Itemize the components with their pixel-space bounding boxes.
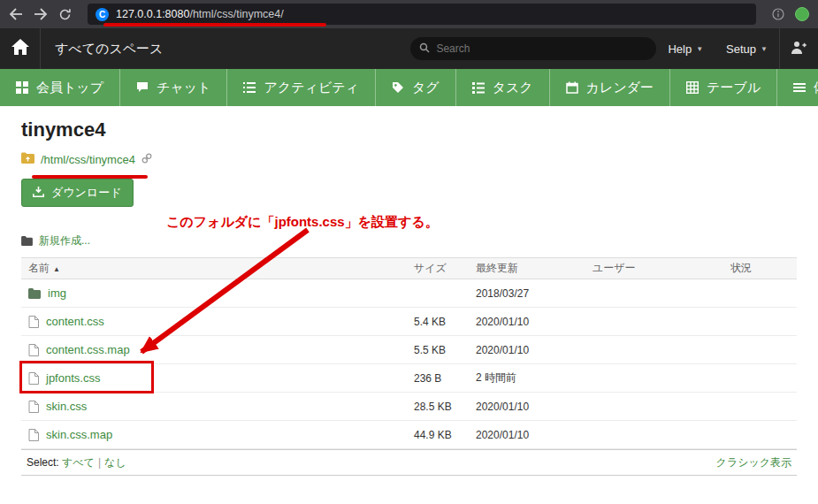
tag-icon: [392, 81, 404, 94]
select-none-link[interactable]: なし: [104, 456, 126, 469]
file-updated: 2 時間前: [469, 370, 585, 386]
person-add-icon: [791, 41, 807, 57]
file-link[interactable]: skin.css.map: [46, 428, 112, 441]
setup-menu[interactable]: Setup▼: [715, 28, 779, 69]
main-nav: 会員トップ チャット アクティビティ タグ タスク カレンダー テーブル 備品: [0, 69, 818, 106]
table-row[interactable]: img 2018/03/27: [21, 279, 797, 308]
table-footer: Select: すべて|なし クラシック表示: [21, 449, 797, 476]
nav-item-equipment[interactable]: 備品: [777, 69, 818, 106]
annotation-highlight-box: [19, 361, 154, 393]
add-user-button[interactable]: [779, 28, 818, 69]
search-box[interactable]: [410, 37, 656, 60]
nav-item-chat[interactable]: チャット: [120, 69, 227, 106]
select-all-link[interactable]: すべて: [62, 456, 95, 469]
setup-label: Setup: [726, 42, 756, 56]
table-header: 名前▲ サイズ 最終更新 ユーザー 状況: [21, 258, 797, 279]
separator: |: [98, 456, 101, 469]
nav-label: テーブル: [707, 80, 761, 96]
extension-icon[interactable]: [795, 7, 809, 21]
home-button[interactable]: [0, 28, 41, 69]
column-header-updated[interactable]: 最終更新: [469, 261, 585, 276]
address-bar[interactable]: C 127.0.0.1:8080/html/css/tinymce4/: [88, 4, 756, 25]
calendar-icon: [566, 81, 578, 94]
download-icon: [33, 187, 44, 200]
file-icon: [28, 344, 39, 356]
site-favicon: C: [96, 8, 109, 21]
file-link[interactable]: content.css: [46, 315, 104, 328]
column-header-name[interactable]: 名前▲: [21, 261, 407, 276]
nav-label: 会員トップ: [36, 80, 103, 96]
table-row[interactable]: skin.css.map 44.9 KB 2020/01/10: [21, 421, 797, 449]
new-create-link[interactable]: 新規作成...: [39, 233, 90, 248]
space-title: すべてのスペース: [55, 41, 163, 57]
file-icon: [28, 429, 39, 441]
chevron-down-icon: ▼: [696, 45, 703, 53]
breadcrumb-path-link[interactable]: /html/css/tinymce4: [41, 153, 135, 166]
select-controls: Select: すべて|なし: [27, 455, 126, 470]
table-row[interactable]: skin.css 28.5 KB 2020/01/10: [21, 393, 797, 421]
nav-item-calendar[interactable]: カレンダー: [550, 69, 670, 106]
nav-item-task[interactable]: タスク: [456, 69, 550, 106]
file-icon: [28, 316, 39, 328]
nav-item-tag[interactable]: タグ: [376, 69, 456, 106]
folder-icon: [28, 288, 41, 299]
nav-label: カレンダー: [586, 80, 654, 96]
table-icon: [686, 81, 699, 94]
sort-asc-icon: ▲: [53, 265, 60, 273]
help-label: Help: [668, 42, 692, 56]
search-icon: [419, 41, 430, 57]
page-title: tinymce4: [21, 118, 797, 141]
reload-icon[interactable]: [58, 8, 72, 21]
file-updated: 2020/01/10: [469, 344, 585, 356]
select-label: Select:: [27, 456, 59, 469]
file-size: 28.5 KB: [407, 401, 469, 413]
file-size: 236 B: [407, 372, 469, 385]
column-header-status[interactable]: 状況: [723, 261, 797, 276]
file-link[interactable]: skin.css: [46, 400, 87, 413]
help-menu[interactable]: Help▼: [656, 28, 715, 69]
annotation-underline-url: [103, 23, 326, 27]
nav-label: チャット: [157, 80, 210, 96]
chat-icon: [136, 81, 149, 94]
nav-item-member-top[interactable]: 会員トップ: [0, 69, 120, 106]
file-updated: 2020/01/10: [469, 316, 585, 328]
info-icon[interactable]: [772, 8, 784, 20]
tasks-icon: [472, 81, 485, 94]
main-content: tinymce4 /html/css/tinymce4 ダウンロード 新規作成.…: [0, 118, 818, 476]
file-updated: 2020/01/10: [469, 429, 585, 441]
folder-up-icon: [21, 152, 34, 166]
back-icon[interactable]: [9, 8, 23, 20]
grid-icon: [16, 81, 28, 94]
list-icon: [793, 81, 806, 94]
column-header-size[interactable]: サイズ: [407, 261, 469, 276]
file-link[interactable]: img: [48, 286, 66, 300]
file-size: 5.4 KB: [407, 316, 469, 328]
file-updated: 2018/03/27: [469, 287, 585, 300]
nav-item-table[interactable]: テーブル: [670, 69, 777, 106]
nav-label: アクティビティ: [264, 80, 358, 96]
classic-view-link[interactable]: クラシック表示: [716, 455, 791, 470]
new-create-row: 新規作成...: [21, 233, 797, 248]
link-icon: [141, 153, 152, 166]
file-updated: 2020/01/10: [469, 401, 585, 413]
search-input[interactable]: [436, 42, 647, 55]
file-size: 5.5 KB: [407, 344, 469, 356]
chevron-down-icon: ▼: [761, 45, 768, 53]
table-row[interactable]: content.css 5.4 KB 2020/01/10: [21, 308, 797, 336]
forward-icon[interactable]: [34, 8, 48, 20]
activity-icon: [243, 81, 256, 94]
annotation-underline-breadcrumb: [32, 175, 148, 179]
breadcrumb: /html/css/tinymce4: [21, 152, 797, 166]
nav-item-activity[interactable]: アクティビティ: [227, 69, 375, 106]
nav-label: タグ: [412, 80, 440, 96]
download-label: ダウンロード: [51, 185, 122, 201]
url-text: 127.0.0.1:8080/html/css/tinymce4/: [116, 8, 284, 20]
download-button[interactable]: ダウンロード: [21, 179, 134, 207]
file-size: 44.9 KB: [407, 429, 469, 441]
home-icon: [11, 39, 29, 58]
nav-label: 備品: [814, 80, 818, 96]
app-header: すべてのスペース Help▼ Setup▼: [0, 28, 818, 69]
nav-label: タスク: [493, 80, 533, 96]
file-link[interactable]: content.css.map: [46, 343, 130, 356]
column-header-user[interactable]: ユーザー: [585, 261, 723, 276]
